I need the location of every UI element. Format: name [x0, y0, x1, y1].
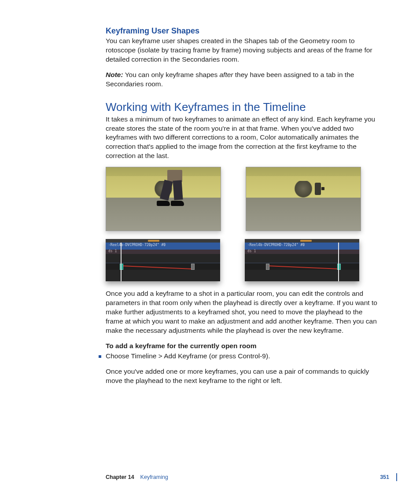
- keyframe-marker-icon: [191, 264, 195, 270]
- footer-chapter-name: Keyframing: [140, 474, 168, 480]
- para-keyframes-intro: It takes a minimum of two keyframes to a…: [106, 115, 381, 161]
- bullet-add-keyframe: Choose Timeline > Add Keyframe (or press…: [106, 352, 270, 361]
- footer-rule-icon: [396, 473, 397, 481]
- timeline-screenshot-b: -Reel4b-DVCPROHD-720p24" #0 ds 1: [245, 239, 359, 281]
- para-user-shapes-note: Note: You can only keyframe shapes after…: [106, 70, 381, 89]
- track-label-a: ds 1: [108, 249, 117, 253]
- figure-row-timeline: -Reel4b-DVCPROHD-720p24" #0 ds 1 -Reel4b…: [106, 239, 381, 281]
- playhead-icon: [338, 243, 339, 281]
- note-emphasis: after: [219, 71, 233, 78]
- thumbnail-hallway-far: [246, 167, 361, 231]
- footer-chapter: Chapter 14: [106, 474, 134, 480]
- bullet-icon: [99, 355, 101, 358]
- playhead-icon: [121, 243, 122, 281]
- clip-label-a: -Reel4b-DVCPROHD-720p24" #0: [108, 243, 166, 247]
- keyframe-marker-icon: [266, 264, 269, 270]
- para-keyframes-nav: Once you've added one or more keyframes,…: [106, 367, 381, 386]
- para-keyframes-edit: Once you add a keyframe to a shot in a p…: [106, 289, 381, 335]
- note-label: Note:: [106, 71, 123, 78]
- page-footer: Chapter 14 Keyframing 351: [106, 474, 389, 480]
- bullet-row: Choose Timeline > Add Keyframe (or press…: [99, 352, 381, 361]
- heading-working-with-keyframes: Working with Keyframes in the Timeline: [106, 100, 381, 114]
- figure-row-video: [106, 167, 381, 231]
- para-user-shapes-intro: You can keyframe user shapes created in …: [106, 37, 381, 64]
- task-heading: To add a keyframe for the currently open…: [106, 342, 381, 351]
- timeline-screenshot-a: -Reel4b-DVCPROHD-720p24" #0 ds 1: [106, 239, 220, 281]
- clip-label-b: -Reel4b-DVCPROHD-720p24" #0: [247, 243, 305, 247]
- thumbnail-hallway-near: [106, 167, 221, 231]
- heading-keyframing-user-shapes: Keyframing User Shapes: [106, 26, 381, 36]
- track-label-b: ds 1: [247, 249, 256, 253]
- footer-page-number: 351: [380, 474, 389, 480]
- note-text-a: You can only keyframe shapes: [123, 71, 220, 78]
